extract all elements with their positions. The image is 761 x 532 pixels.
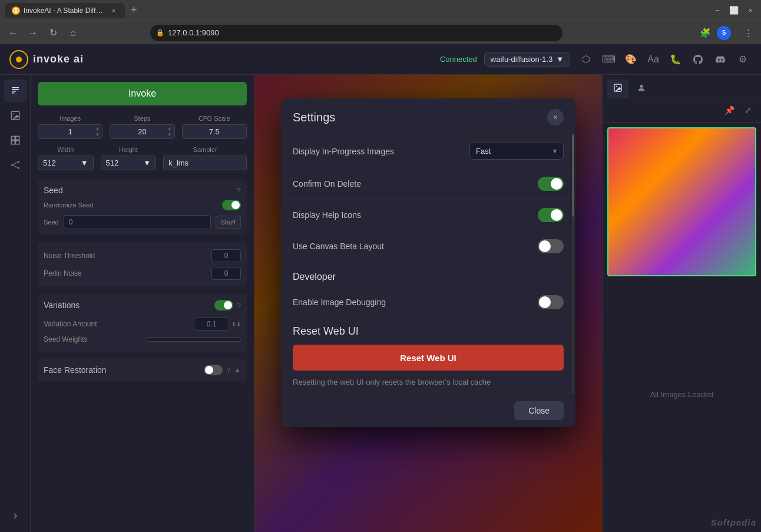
active-tab[interactable]: InvokeAI - A Stable Diffusion Too... × (5, 3, 125, 18)
developer-section-divider: Developer (281, 262, 575, 287)
height-select[interactable]: 512 ▼ (101, 156, 157, 170)
variations-help-icon[interactable]: ? (237, 301, 241, 310)
logo-circle (9, 50, 28, 69)
modal-scrollbar-thumb[interactable] (572, 134, 574, 217)
variation-amount-input-group: 0.1 ⬆⬇ (194, 318, 241, 331)
minimize-button[interactable]: − (712, 5, 723, 16)
seed-weights-value[interactable] (147, 337, 241, 342)
settings-modal-title: Settings (293, 111, 335, 124)
images-up[interactable]: ▲ (95, 126, 100, 132)
settings-modal-close-button[interactable]: × (547, 109, 564, 125)
app-logo: invoke ai (9, 50, 84, 69)
face-restoration-toggle[interactable] (204, 365, 223, 375)
svg-point-1 (15, 9, 17, 12)
forward-button[interactable]: → (25, 25, 41, 41)
shuffle-button[interactable]: Shuff (216, 216, 241, 229)
profile-icon[interactable]: S (716, 25, 732, 41)
maximize-button[interactable]: ⬜ (728, 5, 740, 16)
steps-input[interactable]: 20 ▲ ▼ (110, 124, 174, 139)
images-input[interactable]: 1 ▲ ▼ (38, 124, 102, 139)
browser-titlebar: InvokeAI - A Stable Diffusion Too... × +… (0, 0, 761, 21)
variations-toggle[interactable] (214, 300, 233, 310)
modal-overlay[interactable]: Settings × Display In-Progress Images (254, 75, 602, 532)
palette-icon[interactable]: 🎨 (622, 51, 640, 68)
seed-input[interactable] (64, 215, 211, 229)
steps-spinners: ▲ ▼ (167, 126, 172, 137)
tab-images[interactable] (607, 80, 628, 98)
face-restoration-header: Face Restoration ? ▲ (44, 365, 241, 375)
app-settings-icon[interactable]: ⚙ (734, 51, 752, 68)
sidebar-item-unified-canvas[interactable] (4, 129, 27, 151)
reset-web-ui-button[interactable]: Reset Web UI (293, 345, 564, 371)
face-restoration-help-icon[interactable]: ? (226, 366, 230, 375)
new-tab-button[interactable]: + (127, 3, 141, 18)
confirm-on-delete-toggle[interactable] (538, 177, 564, 191)
expand-tool[interactable]: ⤢ (740, 102, 756, 118)
enable-image-debugging-label: Enable Image Debugging (293, 298, 386, 307)
main-layout: Invoke Images 1 ▲ ▼ St (0, 75, 761, 532)
sidebar-item-nodes[interactable] (4, 154, 27, 176)
seed-weights-row: Seed Weights (44, 333, 241, 346)
seed-help-icon[interactable]: ? (237, 186, 241, 195)
sidebar-icons (0, 75, 31, 532)
sidebar-item-expand[interactable] (4, 505, 27, 527)
text-icon[interactable]: Aa (644, 51, 662, 68)
display-in-progress-select-wrapper: Fast Slow Disabled (469, 143, 564, 160)
sidebar-item-text-to-image[interactable] (4, 80, 27, 102)
extensions-icon[interactable]: 🧩 (697, 25, 713, 41)
steps-down[interactable]: ▼ (167, 132, 172, 138)
reset-web-ui-description: Resetting the web UI only resets the bro… (293, 378, 564, 386)
developer-title: Developer (293, 272, 336, 282)
model-selector[interactable]: waifu-diffusion-1.3 ▼ (484, 52, 570, 67)
address-bar[interactable]: 🔒 127.0.0.1:9090 (150, 25, 563, 41)
back-button[interactable]: ← (5, 25, 21, 41)
cube-icon[interactable]: ⬡ (577, 51, 595, 68)
randomize-seed-row: Randomize Seed (44, 200, 241, 210)
home-button[interactable]: ⌂ (65, 25, 81, 41)
bug-icon[interactable]: 🐛 (667, 51, 684, 68)
cfg-scale-input[interactable]: 7.5 (182, 124, 247, 139)
height-label: Height (101, 146, 157, 153)
close-window-button[interactable]: × (745, 5, 756, 16)
refresh-button[interactable]: ↻ (45, 25, 61, 41)
noise-threshold-value: 0 (211, 249, 241, 262)
svg-point-9 (17, 161, 19, 163)
face-restoration-controls: ? ▲ (204, 365, 241, 375)
seed-section: Seed ? Randomize Seed Seed Shuff (38, 180, 247, 235)
tab-close-button[interactable]: × (110, 6, 118, 15)
variation-amount-spinner[interactable]: ⬆⬇ (231, 321, 241, 328)
randomize-seed-toggle[interactable] (222, 200, 241, 210)
perlin-noise-value: 0 (211, 267, 241, 280)
variation-amount-label: Variation Amount (44, 320, 97, 328)
app-name-bold: ai (74, 53, 84, 65)
gallery-thumbnail[interactable] (607, 127, 756, 276)
pin-tool[interactable]: 📌 (721, 102, 737, 118)
invoke-button[interactable]: Invoke (38, 82, 247, 105)
sampler-label: Sampler (163, 146, 247, 153)
enable-image-debugging-toggle[interactable] (538, 295, 564, 309)
noise-threshold-label: Noise Threshold (44, 252, 95, 260)
width-select[interactable]: 512 ▼ (38, 156, 94, 170)
width-chevron: ▼ (81, 158, 88, 167)
tab-profile[interactable] (631, 80, 652, 98)
keyboard-icon[interactable]: ⌨ (600, 51, 617, 68)
face-restoration-collapse-icon[interactable]: ▲ (234, 366, 241, 374)
sampler-param: Sampler k_lms (163, 146, 247, 170)
app-header: invoke ai Connected waifu-diffusion-1.3 … (0, 44, 761, 75)
sampler-select[interactable]: k_lms (163, 156, 247, 170)
display-in-progress-select[interactable]: Fast Slow Disabled (469, 143, 564, 160)
variation-amount-value[interactable]: 0.1 (194, 318, 229, 331)
display-help-icons-row: Display Help Icons (281, 200, 575, 231)
softpedia-watermark: Softpedia (603, 513, 761, 532)
images-down[interactable]: ▼ (95, 132, 100, 138)
tab-title: InvokeAI - A Stable Diffusion Too... (24, 6, 106, 15)
display-help-icons-toggle[interactable] (538, 208, 564, 222)
sidebar-item-image-to-image[interactable] (4, 104, 27, 127)
github-icon[interactable] (689, 51, 707, 68)
settings-icon[interactable]: ⋮ (740, 25, 756, 41)
steps-up[interactable]: ▲ (167, 126, 172, 132)
use-canvas-beta-toggle[interactable] (538, 239, 564, 253)
discord-icon[interactable] (712, 51, 729, 68)
svg-rect-7 (15, 141, 19, 144)
close-button[interactable]: Close (514, 401, 564, 420)
